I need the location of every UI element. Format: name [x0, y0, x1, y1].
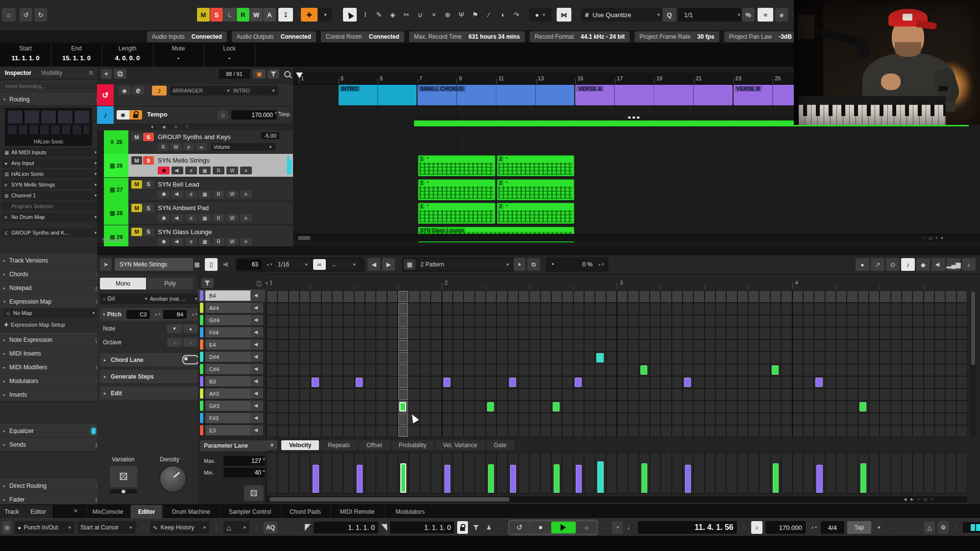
step-cell[interactable]	[453, 364, 463, 376]
lane-name-pill[interactable]: C#4	[205, 364, 252, 374]
autoscroll-button[interactable]: ↧	[278, 8, 293, 22]
step-cell[interactable]	[607, 401, 616, 412]
step-cell[interactable]	[738, 389, 748, 400]
velocity-column[interactable]	[300, 453, 310, 493]
step-cell[interactable]	[650, 389, 660, 400]
step-cell[interactable]	[388, 377, 397, 388]
r-button[interactable]: R	[158, 143, 169, 151]
insert-marker-dropdown[interactable]: ▼	[318, 8, 332, 22]
step-cell[interactable]	[607, 426, 616, 437]
arranger-part-dropdown[interactable]: INTRO▼	[230, 86, 278, 96]
step-cell[interactable]	[913, 340, 923, 351]
step-cell[interactable]	[530, 426, 539, 437]
step-cell[interactable]	[333, 340, 343, 351]
object-select-tool[interactable]	[343, 8, 357, 22]
step-cell[interactable]	[826, 303, 835, 314]
step-cell[interactable]	[289, 377, 299, 388]
info-value[interactable]: 4. 0. 0. 0	[102, 54, 153, 62]
comp-tool[interactable]: ↷	[510, 8, 523, 22]
signature-display[interactable]: 4/4	[821, 521, 844, 534]
step-cell[interactable]	[957, 389, 967, 400]
step-cell[interactable]	[694, 413, 704, 425]
routing-row-0[interactable]: ▦All MIDI Inputs▼	[2, 148, 100, 157]
step-cell[interactable]	[705, 426, 715, 437]
lower-tab-midi-remote[interactable]: MIDI Remote	[330, 505, 384, 519]
step-cell[interactable]	[705, 364, 715, 376]
step-cell[interactable]	[398, 340, 408, 351]
step-cell[interactable]	[574, 303, 584, 314]
step-cell[interactable]	[716, 291, 726, 302]
step-cell[interactable]	[793, 328, 803, 339]
step-cell[interactable]	[814, 303, 824, 314]
range-tool[interactable]: I	[359, 8, 372, 22]
step-cell[interactable]	[420, 328, 430, 339]
step-cell[interactable]	[300, 291, 310, 302]
step-cell[interactable]	[716, 364, 726, 376]
step-cell[interactable]	[869, 364, 879, 376]
inspector-menu-icon[interactable]: ≡	[89, 69, 93, 77]
step-cell[interactable]	[530, 377, 539, 388]
expression-map-setup-button[interactable]: +Expression Map Setup	[4, 320, 93, 329]
track-row-29[interactable]: ▦29MSSYN Glass Loungee▦RW≡	[97, 225, 293, 249]
step-cell[interactable]	[453, 303, 463, 314]
history-dropdown[interactable]: ∿Keep History▼	[150, 521, 210, 534]
play-button[interactable]	[551, 522, 576, 533]
step-cell[interactable]	[278, 413, 288, 425]
step-cell[interactable]	[650, 401, 660, 412]
step-cell[interactable]	[289, 401, 299, 412]
step-cell[interactable]	[836, 426, 846, 437]
step-cell[interactable]	[639, 377, 649, 388]
step-cell[interactable]	[585, 291, 594, 302]
velocity-bar[interactable]	[488, 464, 494, 493]
step-cell[interactable]	[804, 389, 813, 400]
step-cell[interactable]	[650, 291, 660, 302]
step-cell[interactable]	[617, 401, 627, 412]
root-note-dropdown[interactable]: ♪G#▼	[100, 293, 151, 304]
step-cell[interactable]	[508, 426, 518, 437]
step-cell[interactable]	[836, 377, 846, 388]
step-cell[interactable]	[607, 364, 616, 376]
inspector-section-sends[interactable]: ▸Sends▤	[0, 438, 104, 452]
step-cell[interactable]	[661, 315, 671, 327]
step-cell[interactable]	[420, 315, 430, 327]
step-cell[interactable]	[804, 401, 813, 412]
step-cell[interactable]	[683, 364, 693, 376]
step-cell[interactable]	[431, 401, 441, 412]
lane-name-pill[interactable]: A#4	[205, 303, 252, 313]
step-cell[interactable]	[913, 389, 923, 400]
lane-name-pill[interactable]: G#4	[205, 315, 252, 325]
step-cell[interactable]	[793, 340, 803, 351]
mini-icon[interactable]: ◆	[162, 124, 166, 129]
step-cell[interactable]	[574, 291, 584, 302]
step-cell[interactable]	[826, 340, 835, 351]
channel-w-button[interactable]: W	[250, 8, 263, 22]
locator-lock-button[interactable]	[457, 521, 468, 534]
step-cell[interactable]	[771, 352, 781, 363]
step-cell[interactable]	[355, 291, 365, 302]
step-cell[interactable]	[716, 401, 726, 412]
pitch-from-stepper[interactable]: ▲▼	[154, 313, 161, 316]
step-cell[interactable]	[442, 364, 452, 376]
list-button[interactable]: ≡	[240, 238, 252, 246]
step-cell[interactable]	[650, 364, 660, 376]
step-cell[interactable]	[431, 352, 441, 363]
step-cell[interactable]	[771, 413, 781, 425]
lane-audition-button[interactable]	[250, 425, 263, 435]
split-tool[interactable]: ✂	[400, 8, 413, 22]
step-cell[interactable]	[366, 389, 375, 400]
step-cell[interactable]	[891, 377, 901, 388]
velocity-column[interactable]	[836, 453, 846, 493]
step-cell[interactable]	[902, 303, 912, 314]
note-step[interactable]	[553, 402, 560, 411]
insert-mode-dropdown[interactable]: →▼	[328, 259, 359, 270]
step-cell[interactable]	[563, 389, 572, 400]
step-cell[interactable]	[300, 315, 310, 327]
step-cell[interactable]	[343, 328, 353, 339]
step-cell[interactable]	[453, 328, 463, 339]
mute-button[interactable]: M	[131, 156, 142, 165]
step-cell[interactable]	[804, 364, 813, 376]
step-cell[interactable]	[530, 352, 539, 363]
step-cell[interactable]	[749, 413, 759, 425]
mini-icon[interactable]: ⌇	[186, 124, 188, 129]
step-cell[interactable]	[836, 291, 846, 302]
